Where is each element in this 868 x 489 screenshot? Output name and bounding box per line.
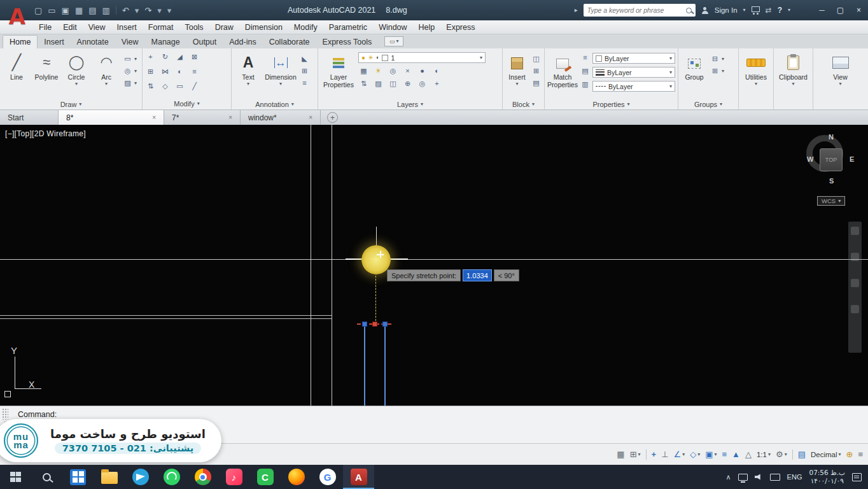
- tab-manage[interactable]: Manage: [145, 36, 186, 48]
- dropdown-arrow-icon[interactable]: [722, 69, 724, 74]
- add-scales-button[interactable]: [846, 450, 853, 458]
- properties-settings-button[interactable]: [580, 80, 591, 89]
- user-icon[interactable]: [701, 7, 709, 14]
- menu-window[interactable]: Window: [373, 20, 412, 34]
- ellipse-button[interactable]: [122, 66, 133, 76]
- qat-customize-icon[interactable]: [167, 6, 172, 15]
- layer-previous-button[interactable]: [373, 79, 384, 89]
- layer-new-button[interactable]: [431, 79, 442, 89]
- layer-match-button[interactable]: [358, 79, 369, 89]
- clock[interactable]: 07:56 ب.ظ ۱۴۰۰/۰۱/۰۹: [809, 469, 845, 485]
- menu-file[interactable]: File: [33, 20, 57, 34]
- layer-lock-button[interactable]: [431, 66, 442, 76]
- dropdown-arrow-icon[interactable]: [785, 452, 787, 457]
- tab-view[interactable]: View: [115, 36, 145, 48]
- panel-label-modify[interactable]: Modify: [143, 98, 231, 109]
- taskbar-app-music[interactable]: ♪: [218, 465, 249, 489]
- autocad-logo[interactable]: A: [4, 1, 30, 32]
- action-center-icon[interactable]: [852, 473, 862, 481]
- file-tab-start[interactable]: Start: [0, 110, 59, 125]
- file-tab-7[interactable]: 7*: [164, 110, 241, 125]
- layer-isolate-button[interactable]: [388, 66, 398, 76]
- move-button[interactable]: [145, 52, 156, 62]
- taskbar-app-explorer[interactable]: [94, 465, 125, 489]
- workspace-button[interactable]: [776, 450, 787, 458]
- menu-dimension[interactable]: Dimension: [239, 20, 288, 34]
- annotation-visibility-button[interactable]: [732, 450, 740, 458]
- ungroup-button[interactable]: [710, 54, 720, 64]
- table-button[interactable]: [299, 66, 310, 76]
- menu-edit[interactable]: Edit: [57, 20, 83, 34]
- annotation-scale-button[interactable]: 1:1: [757, 451, 771, 458]
- undo-icon[interactable]: [122, 6, 129, 15]
- leader-button[interactable]: [299, 54, 310, 64]
- array-button[interactable]: [189, 67, 200, 76]
- polar-tracking-button[interactable]: [673, 450, 685, 458]
- linetype-combo[interactable]: ByLayer: [592, 81, 675, 92]
- dropdown-arrow-icon[interactable]: [714, 452, 717, 457]
- dropdown-arrow-icon[interactable]: [768, 452, 771, 457]
- scale-button[interactable]: [174, 82, 185, 91]
- viewcube-north[interactable]: N: [829, 133, 834, 141]
- tab-collaborate[interactable]: Collaborate: [263, 36, 316, 48]
- properties-list-button[interactable]: [580, 53, 591, 62]
- tab-annotate[interactable]: Annotate: [71, 36, 115, 48]
- restore-button[interactable]: [831, 0, 850, 20]
- edit-block-button[interactable]: [531, 66, 542, 76]
- line-button[interactable]: Line: [3, 50, 31, 81]
- start-button[interactable]: [0, 465, 31, 489]
- arc-button[interactable]: Arc: [92, 50, 120, 87]
- tray-expand-icon[interactable]: [726, 474, 731, 481]
- redo-dropdown-icon[interactable]: [157, 6, 162, 15]
- file-tab-8[interactable]: 8*: [59, 110, 164, 125]
- taskbar-app-green[interactable]: C: [249, 465, 281, 489]
- undo-dropdown-icon[interactable]: [135, 6, 139, 15]
- command-window-grip[interactable]: [2, 408, 8, 420]
- snap-button[interactable]: [630, 450, 641, 458]
- tab-insert[interactable]: Insert: [38, 36, 70, 48]
- viewcube-south[interactable]: S: [829, 177, 834, 185]
- panel-label-groups[interactable]: Groups: [678, 99, 738, 110]
- viewport-controls[interactable]: [−][Top][2D Wireframe]: [5, 129, 86, 138]
- grid-button[interactable]: [617, 450, 624, 458]
- units-button[interactable]: Decimal: [811, 451, 841, 458]
- circle-button[interactable]: Circle: [62, 50, 90, 87]
- touch-keyboard-icon[interactable]: [770, 474, 780, 481]
- tab-add-ins[interactable]: Add-ins: [223, 36, 262, 48]
- open-file-icon[interactable]: [48, 6, 55, 15]
- annotation-more-button[interactable]: [299, 78, 310, 88]
- file-tab-window[interactable]: window*: [241, 110, 321, 125]
- mirror-button[interactable]: [160, 67, 171, 76]
- close-button[interactable]: [850, 0, 868, 20]
- viewcube-east[interactable]: E: [850, 155, 854, 163]
- menu-tools[interactable]: Tools: [179, 20, 209, 34]
- erase-button[interactable]: [189, 52, 200, 62]
- fillet-button[interactable]: [174, 67, 185, 76]
- taskbar-app-chrome[interactable]: [187, 465, 218, 489]
- menu-draw[interactable]: Draw: [209, 20, 239, 34]
- rectangle-button[interactable]: [122, 54, 133, 64]
- hatch-button[interactable]: [122, 78, 133, 88]
- taskbar-app-google[interactable]: G: [312, 465, 343, 489]
- layer-freeze-button[interactable]: [373, 66, 384, 76]
- taskbar-app-store[interactable]: [62, 465, 94, 489]
- caret-right-icon[interactable]: [575, 7, 578, 13]
- print-icon[interactable]: [88, 6, 96, 15]
- search-input[interactable]: [587, 6, 683, 14]
- new-tab-button[interactable]: [327, 112, 338, 123]
- dropdown-arrow-icon[interactable]: [722, 57, 724, 62]
- redo-icon[interactable]: [144, 6, 151, 15]
- trim-button[interactable]: [174, 52, 185, 62]
- autoscale-button[interactable]: [745, 450, 752, 458]
- rotate-button[interactable]: [160, 52, 171, 62]
- customization-button[interactable]: [858, 450, 863, 458]
- dropdown-arrow-icon[interactable]: [838, 452, 841, 457]
- explode-button[interactable]: [189, 82, 200, 91]
- tab-express-tools[interactable]: Express Tools: [316, 36, 379, 48]
- save-icon[interactable]: [62, 6, 69, 15]
- units-icon-button[interactable]: [798, 450, 806, 458]
- selected-line[interactable]: [384, 325, 386, 406]
- language-indicator[interactable]: ENG: [787, 473, 802, 481]
- layer-delete-button[interactable]: [417, 79, 428, 89]
- layer-state-button[interactable]: [358, 66, 369, 76]
